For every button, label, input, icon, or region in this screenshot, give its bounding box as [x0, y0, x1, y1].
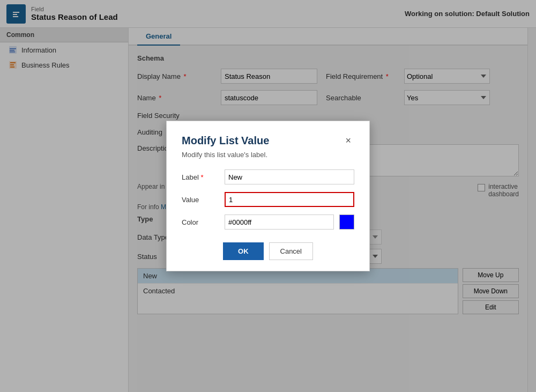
modal-value-label: Value	[182, 196, 219, 204]
modal-overlay: Modify List Value × Modify this list val…	[0, 0, 536, 392]
modal-color-label: Color	[182, 218, 219, 226]
modal-subtitle: Modify this list value's label.	[182, 151, 354, 159]
modal-value-row: Value	[182, 192, 354, 207]
modal-close-button[interactable]: ×	[342, 134, 354, 147]
modal-label-field: Label *	[182, 169, 354, 184]
modal-buttons: OK Cancel	[182, 242, 354, 260]
modal-label-row: Label *	[182, 169, 354, 184]
modal-value-input[interactable]	[225, 192, 354, 207]
modal-color-field: Color	[182, 215, 354, 230]
modal-header: Modify List Value ×	[182, 134, 354, 147]
modal-color-row: Color	[182, 215, 354, 230]
modal-label-label: Label *	[182, 173, 219, 181]
modal-label-input[interactable]	[225, 169, 354, 184]
ok-button[interactable]: OK	[223, 242, 264, 260]
modal-title: Modify List Value	[182, 135, 269, 147]
modal-value-field: Value	[182, 192, 354, 207]
color-swatch[interactable]	[339, 215, 354, 230]
cancel-button[interactable]: Cancel	[269, 242, 313, 260]
modal-color-input[interactable]	[225, 215, 334, 230]
modify-list-value-modal: Modify List Value × Modify this list val…	[166, 121, 370, 271]
